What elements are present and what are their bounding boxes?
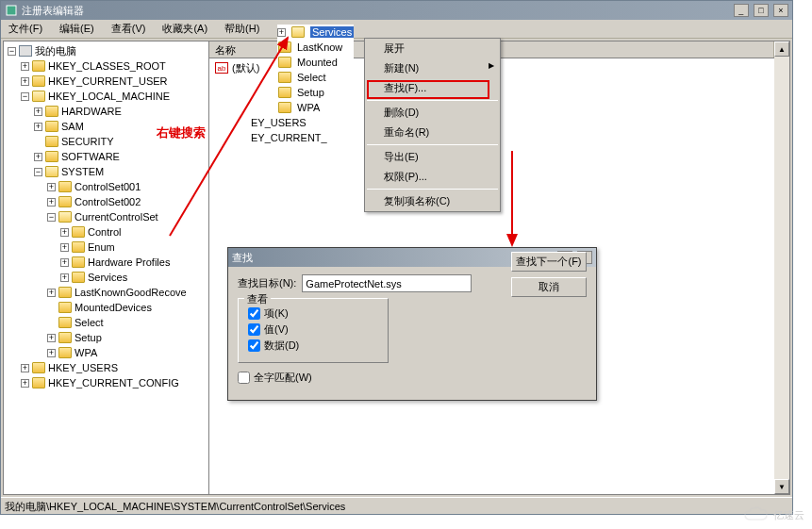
- menu-file[interactable]: 文件(F): [5, 20, 46, 38]
- menubar: 文件(F) 编辑(E) 查看(V) 收藏夹(A) 帮助(H): [1, 20, 792, 39]
- chk-wholeword[interactable]: 全字匹配(W): [238, 371, 587, 385]
- ctx-expand[interactable]: 展开: [365, 39, 500, 58]
- expander-icon[interactable]: +: [34, 153, 42, 161]
- string-value-icon: ab: [215, 62, 228, 74]
- maximize-button[interactable]: □: [754, 4, 769, 17]
- chk-value[interactable]: 值(V): [248, 322, 378, 337]
- value-name: (默认): [232, 61, 259, 75]
- expander-icon[interactable]: +: [60, 258, 69, 267]
- scroll-up-button[interactable]: ▲: [774, 41, 789, 57]
- menu-view[interactable]: 查看(V): [108, 20, 150, 38]
- chk-data-input[interactable]: [248, 339, 260, 352]
- subtree-setup[interactable]: Setup: [297, 87, 324, 98]
- tree-hardware[interactable]: HARDWARE: [61, 104, 122, 119]
- tree-hku[interactable]: HKEY_USERS: [48, 360, 118, 375]
- ctx-find[interactable]: 查找(F)...: [365, 78, 500, 98]
- tree-ccs[interactable]: CurrentControlSet: [75, 209, 158, 224]
- folder-icon: [45, 106, 58, 117]
- tree-control[interactable]: Control: [88, 224, 121, 240]
- tree-setup[interactable]: Setup: [75, 330, 102, 345]
- scroll-down-button[interactable]: ▼: [774, 479, 789, 494]
- expander-icon[interactable]: +: [34, 123, 42, 131]
- menu-help[interactable]: 帮助(H): [221, 20, 263, 38]
- vertical-scrollbar[interactable]: ▲ ▼: [774, 41, 789, 494]
- subtree-services[interactable]: Services: [310, 26, 354, 38]
- minimize-button[interactable]: _: [734, 4, 749, 17]
- find-target-input[interactable]: [302, 274, 472, 292]
- expander-icon[interactable]: +: [21, 62, 29, 71]
- tree-mounted[interactable]: MountedDevices: [75, 300, 152, 315]
- titlebar[interactable]: 注册表编辑器 _ □ ×: [1, 1, 792, 20]
- expander-icon[interactable]: −: [21, 92, 29, 101]
- find-dialog-title: 查找: [232, 251, 253, 265]
- folder-icon: [58, 332, 72, 343]
- folder-icon: [278, 41, 291, 53]
- menu-edit[interactable]: 编辑(E): [56, 20, 98, 38]
- ctx-export[interactable]: 导出(E): [365, 147, 500, 167]
- expander-icon[interactable]: +: [277, 28, 286, 37]
- tree-hwprofiles[interactable]: Hardware Profiles: [88, 255, 170, 270]
- annotation-text: 右键搜索: [157, 124, 206, 141]
- scroll-track[interactable]: [774, 57, 789, 479]
- chk-value-input[interactable]: [248, 323, 260, 336]
- find-cancel-button[interactable]: 取消: [511, 277, 587, 297]
- overlay-subtree: +Services LastKnow Mounted Select Setup …: [277, 25, 354, 145]
- expander-icon[interactable]: +: [60, 243, 69, 252]
- ctx-rename[interactable]: 重命名(R): [365, 123, 500, 142]
- tree-wpa[interactable]: WPA: [75, 345, 97, 360]
- tree-hklm[interactable]: HKEY_LOCAL_MACHINE: [48, 89, 170, 104]
- subtree-lastknow[interactable]: LastKnow: [297, 41, 342, 53]
- subtree-mounted[interactable]: Mounted: [297, 57, 338, 68]
- folder-open-icon: [32, 91, 45, 102]
- tree-system[interactable]: SYSTEM: [61, 164, 104, 179]
- tree-root[interactable]: 我的电脑: [35, 43, 76, 58]
- find-dialog: 查找 ? × 查找目标(N): 查找下一个(F) 取消 项(K) 值(V) 数据…: [227, 247, 597, 401]
- expander-icon[interactable]: +: [21, 379, 29, 388]
- tree-enum[interactable]: Enum: [88, 240, 115, 255]
- expander-icon[interactable]: +: [60, 228, 69, 237]
- subtree-eycurrent: EY_CURRENT_: [251, 132, 327, 143]
- ctx-delete[interactable]: 删除(D): [365, 103, 500, 123]
- tree-cs002[interactable]: ControlSet002: [75, 194, 141, 209]
- tree-select[interactable]: Select: [75, 315, 104, 330]
- tree-hkcc[interactable]: HKEY_CURRENT_CONFIG: [48, 375, 179, 390]
- ctx-permissions[interactable]: 权限(P)...: [365, 167, 500, 187]
- expander-icon[interactable]: +: [47, 349, 56, 357]
- find-options-group: 项(K) 值(V) 数据(D): [238, 298, 389, 363]
- computer-icon: [19, 45, 32, 57]
- expander-icon[interactable]: −: [47, 213, 56, 222]
- tree-lkgr[interactable]: LastKnownGoodRecove: [75, 285, 187, 300]
- chk-key-input[interactable]: [248, 307, 260, 320]
- context-menu: 展开 新建(N) 查找(F)... 删除(D) 重命名(R) 导出(E) 权限(…: [364, 38, 501, 212]
- find-next-button[interactable]: 查找下一个(F): [511, 252, 587, 272]
- window-buttons: _ □ ×: [732, 4, 788, 17]
- tree-pane[interactable]: −我的电脑 +HKEY_CLASSES_ROOT +HKEY_CURRENT_U…: [4, 41, 209, 494]
- expander-icon[interactable]: +: [60, 273, 69, 282]
- tree-hkcu[interactable]: HKEY_CURRENT_USER: [48, 74, 168, 89]
- cloud-icon: [743, 506, 770, 523]
- chk-data[interactable]: 数据(D): [248, 339, 378, 353]
- tree-services[interactable]: Services: [88, 270, 127, 285]
- expander-icon[interactable]: +: [47, 289, 56, 297]
- expander-icon[interactable]: −: [8, 47, 16, 56]
- expander-icon[interactable]: +: [47, 334, 56, 342]
- expander-icon[interactable]: +: [21, 77, 29, 86]
- expander-icon[interactable]: +: [21, 364, 29, 372]
- ctx-copykeyname[interactable]: 复制项名称(C): [365, 191, 500, 211]
- expander-icon[interactable]: −: [34, 168, 42, 176]
- expander-icon[interactable]: +: [47, 183, 56, 191]
- tree-hkcr[interactable]: HKEY_CLASSES_ROOT: [48, 58, 166, 74]
- ctx-new[interactable]: 新建(N): [365, 58, 500, 78]
- menu-favorites[interactable]: 收藏夹(A): [158, 20, 211, 38]
- tree-cs001[interactable]: ControlSet001: [75, 179, 141, 194]
- tree-sam[interactable]: SAM: [61, 119, 84, 134]
- tree-software[interactable]: SOFTWARE: [61, 149, 120, 164]
- subtree-select[interactable]: Select: [297, 72, 326, 83]
- close-button[interactable]: ×: [773, 4, 788, 17]
- expander-icon[interactable]: +: [47, 198, 56, 207]
- tree-security[interactable]: SECURITY: [61, 134, 114, 149]
- subtree-wpa[interactable]: WPA: [297, 102, 320, 113]
- expander-icon[interactable]: +: [34, 107, 42, 116]
- chk-key[interactable]: 项(K): [248, 306, 378, 321]
- chk-wholeword-input[interactable]: [238, 372, 250, 384]
